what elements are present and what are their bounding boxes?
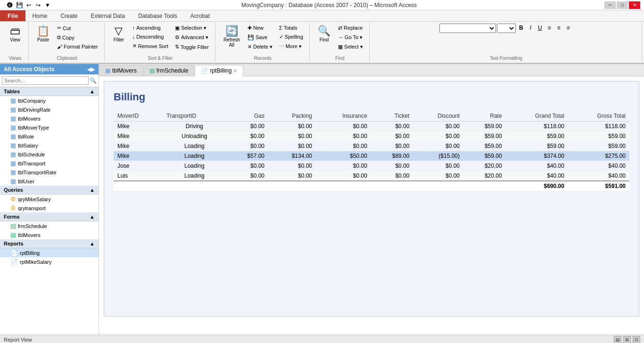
table-row[interactable]: Mike Loading $57.00 $134.00 $50.00 $89.0…	[114, 151, 629, 161]
tab-database-tools[interactable]: Database Tools	[132, 11, 184, 21]
cell-grand-total: $59.00	[506, 141, 568, 151]
sidebar-header: All Access Objects ◀▶	[0, 64, 99, 74]
ascending-button[interactable]: ↑ Ascending	[130, 24, 171, 32]
remove-sort-button[interactable]: ✕ Remove Sort	[130, 41, 171, 50]
spelling-button[interactable]: ✓ Spelling	[277, 33, 305, 41]
replace-button[interactable]: ⇄ Replace	[336, 24, 365, 33]
sidebar-item-tbltransport[interactable]: ▦tblTransport	[0, 159, 99, 168]
totals-button[interactable]: Σ Totals	[277, 24, 305, 32]
selection-button[interactable]: ▣ Selection ▾	[173, 24, 211, 33]
sidebar-item-tblmovertype[interactable]: ▦tblMoverType	[0, 123, 99, 132]
table-row[interactable]: Mike Unloading $0.00 $0.00 $0.00 $0.00 $…	[114, 131, 629, 141]
ribbon-group-views: 🗃 View Views	[2, 23, 29, 62]
align-right-button[interactable]: ≡	[564, 24, 572, 32]
view-button[interactable]: 🗃 View	[6, 24, 25, 45]
toggle-filter-button[interactable]: ⇅ Toggle Filter	[173, 42, 211, 51]
table-row[interactable]: Mike Driving $0.00 $0.00 $0.00 $0.00 $0.…	[114, 122, 629, 131]
copy-button[interactable]: ⧉ Copy	[55, 33, 100, 42]
italic-button[interactable]: I	[526, 24, 535, 32]
sidebar-search-area[interactable]: 🔍	[0, 74, 99, 87]
bold-button[interactable]: B	[517, 24, 525, 32]
goto-button[interactable]: → Go To ▾	[336, 33, 365, 42]
refresh-all-button[interactable]: 🔄 RefreshAll	[220, 24, 243, 50]
maximize-btn[interactable]: □	[617, 1, 628, 9]
section-reports[interactable]: Reports ▲	[0, 239, 99, 248]
save-button[interactable]: 💾 Save	[245, 33, 275, 42]
document-tab-strip[interactable]: ▦ tblMovers ▤ frmSchedule 📄 rptBilling ✕	[99, 64, 644, 76]
delete-button[interactable]: ✕ Delete ▾	[245, 42, 275, 51]
ribbon-group-records: 🔄 RefreshAll ✚ New 💾 Save ✕ Delete ▾ Σ T…	[216, 23, 310, 62]
undo-btn[interactable]: ↩	[25, 1, 33, 9]
ribbon: File Home Create External Data Database …	[0, 10, 644, 64]
format-painter-button[interactable]: 🖌 Format Painter	[55, 42, 100, 51]
sidebar-item-tbltransportrate[interactable]: ▦tblTransportRate	[0, 168, 99, 177]
align-center-button[interactable]: ≡	[554, 24, 563, 32]
ribbon-tab-bar[interactable]: File Home Create External Data Database …	[0, 10, 644, 22]
remove-sort-icon: ✕	[132, 43, 137, 49]
sidebar-item-rptbilling[interactable]: 📄rptBilling	[0, 248, 99, 257]
sidebar-item-tblmovers[interactable]: ▦tblMovers	[0, 114, 99, 123]
sidebar-item-tblschedule[interactable]: ▦tblSchedule	[0, 150, 99, 159]
col-transport-id: TransportID	[163, 111, 226, 122]
descending-button[interactable]: ↓ Descending	[130, 33, 171, 41]
underline-button[interactable]: U	[536, 24, 544, 32]
sidebar-content: Tables ▲ ▦tblCompany ▦tblDrivingRate ▦tb…	[0, 87, 99, 335]
sidebar-item-tblcompany[interactable]: ▦tblCompany	[0, 96, 99, 105]
status-icon-1[interactable]: ▤	[614, 336, 621, 343]
status-icon-2[interactable]: ⊞	[623, 336, 631, 343]
window-controls[interactable]: ─ □ ✕	[604, 1, 640, 9]
font-name-select[interactable]	[439, 24, 496, 33]
sidebar-item-qrytransport[interactable]: ⚙qrytransport	[0, 204, 99, 212]
section-forms[interactable]: Forms ▲	[0, 212, 99, 221]
minimize-btn[interactable]: ─	[604, 1, 616, 9]
section-tables[interactable]: Tables ▲	[0, 87, 99, 96]
tab-create[interactable]: Create	[54, 11, 84, 21]
table-row[interactable]: Jose Loading $0.00 $0.00 $0.00 $0.00 $0.…	[114, 161, 629, 171]
section-queries[interactable]: Queries ▲	[0, 186, 99, 195]
find-button[interactable]: 🔍 Find	[314, 24, 334, 45]
filter-button[interactable]: ▽ Filter	[109, 24, 128, 45]
form-icon: ▤	[10, 231, 16, 238]
tab-acrobat[interactable]: Acrobat	[184, 11, 216, 21]
sidebar-item-frmschedule[interactable]: ▤frmSchedule	[0, 221, 99, 230]
advanced-icon: ⚙	[175, 34, 180, 41]
status-bar-right[interactable]: ▤ ⊞ ⊡	[614, 336, 640, 343]
tab-home[interactable]: Home	[25, 11, 54, 21]
tab-close-rptbilling[interactable]: ✕	[233, 68, 237, 74]
quick-access-toolbar[interactable]: 🅐 💾 ↩ ↪ ▼	[4, 0, 54, 10]
doc-tab-tblmovers[interactable]: ▦ tblMovers	[99, 65, 143, 76]
doc-tab-frmschedule[interactable]: ▤ frmSchedule	[143, 65, 194, 76]
align-left-button[interactable]: ≡	[545, 24, 553, 32]
sidebar-item-tblsalary[interactable]: ▦tblSalary	[0, 141, 99, 150]
paste-button[interactable]: 📋 Paste	[33, 24, 53, 45]
ribbon-content: 🗃 View Views 📋 Paste ✂ Cut ⧉ Copy 🖌 Form…	[0, 22, 644, 63]
table-row[interactable]: Mike Loading $0.00 $0.00 $0.00 $0.00 $0.…	[114, 141, 629, 151]
new-button[interactable]: ✚ New	[245, 24, 275, 33]
tab-external-data[interactable]: External Data	[84, 11, 132, 21]
close-btn[interactable]: ✕	[629, 1, 640, 9]
status-icon-3[interactable]: ⊡	[633, 336, 640, 343]
redo-btn[interactable]: ↪	[34, 1, 42, 9]
sidebar-item-tblmovers-form[interactable]: ▤tblMovers	[0, 230, 99, 239]
save-quick-btn[interactable]: 💾	[15, 1, 24, 9]
more-button[interactable]: ⋯ More ▾	[277, 42, 305, 51]
select-button[interactable]: ▦ Select ▾	[336, 42, 365, 51]
cell-gross-total: $40.00	[568, 171, 629, 181]
sidebar-item-tbluser[interactable]: ▦tblUser	[0, 177, 99, 186]
doc-tab-rptbilling[interactable]: 📄 rptBilling ✕	[195, 65, 243, 76]
table-row[interactable]: Luis Loading $0.00 $0.00 $0.00 $0.00 $0.…	[114, 171, 629, 181]
file-tab[interactable]: File	[0, 10, 25, 21]
col-ticket: Ticket	[371, 111, 413, 122]
records-label: Records	[254, 55, 272, 61]
tab-label-frmschedule: frmSchedule	[157, 67, 188, 74]
font-size-select[interactable]	[497, 24, 516, 33]
sidebar-search-input[interactable]	[2, 76, 89, 85]
sidebar-item-tbldrivingrate[interactable]: ▦tblDrivingRate	[0, 105, 99, 114]
sidebar-item-qrymikesalary[interactable]: ⚙qryMikeSalary	[0, 195, 99, 204]
cut-button[interactable]: ✂ Cut	[55, 24, 100, 33]
cell-mover: Jose	[114, 161, 163, 171]
more-quick-btn[interactable]: ▼	[43, 1, 52, 9]
sidebar-item-rptmikesalary[interactable]: 📄rptMikeSalary	[0, 257, 99, 266]
sidebar-item-tblrole[interactable]: ▦tblRole	[0, 132, 99, 141]
advanced-button[interactable]: ⚙ Advanced ▾	[173, 33, 211, 42]
